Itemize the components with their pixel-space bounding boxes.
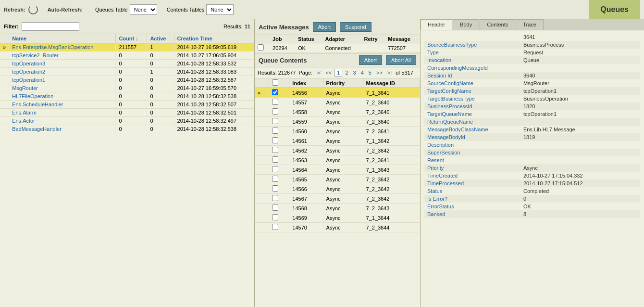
qc-table-row[interactable]: 14561 Async 7_1_3642	[255, 136, 420, 146]
autorefresh-label: Auto-Refresh:	[48, 7, 83, 13]
suspend-button[interactable]: Suspend	[340, 22, 371, 32]
detail-field-key: Priority	[424, 164, 520, 172]
detail-field-value	[520, 64, 640, 72]
qc-select-all[interactable]	[272, 79, 278, 86]
queue-table-row[interactable]: Ens.Actor 0 0 2014-10-28 12:58:32.497	[0, 117, 254, 125]
queue-table-row[interactable]: » Ens.Enterprise.MsgBankOperation 211557…	[0, 43, 254, 51]
page-2-btn[interactable]: 2	[343, 69, 350, 76]
detail-field-value: Request	[520, 49, 640, 56]
qc-table-row[interactable]: 14566 Async 7_2_3642	[255, 184, 420, 194]
queue-table-row[interactable]: tcpOperation3 0 0 2014-10-28 12:58:33.53…	[0, 60, 254, 68]
qc-table-row[interactable]: 14564 Async 7_1_3643	[255, 165, 420, 175]
qc-table-container: Index Priority Message ID » 14556 Async …	[255, 78, 420, 307]
col-header-arrow[interactable]	[0, 34, 9, 43]
qc-table-row[interactable]: 14558 Async 7_2_3640	[255, 107, 420, 117]
tab-contents[interactable]: Contents	[480, 19, 515, 30]
qc-row-checkbox[interactable]	[272, 156, 278, 163]
qc-row-checkbox[interactable]	[272, 166, 278, 172]
qc-row-checkbox[interactable]	[272, 176, 278, 182]
qc-row-checkbox[interactable]	[272, 118, 278, 124]
qc-table-row[interactable]: 14568 Async 7_2_3643	[255, 204, 420, 213]
qc-row-messageid: 7_1_3644	[363, 213, 420, 223]
qc-table-row[interactable]: 14562 Async 7_2_3642	[255, 146, 420, 155]
page-prev-btn[interactable]: <<	[324, 69, 334, 76]
col-header-creation[interactable]: Creation Time	[174, 34, 254, 43]
row-count: 0	[116, 60, 147, 68]
page-next-btn[interactable]: >>	[374, 69, 384, 76]
abort-queue-button[interactable]: Abort	[359, 55, 382, 65]
qc-table-row[interactable]: 14563 Async 7_2_3641	[255, 155, 420, 165]
qc-row-check	[269, 107, 289, 117]
row-name: Ens.Actor	[9, 117, 116, 125]
qc-table-row[interactable]: 14565 Async 7_2_3642	[255, 175, 420, 184]
qc-row-checkbox[interactable]	[272, 147, 278, 153]
col-header-count[interactable]: Count ↓	[116, 34, 147, 43]
row-count: 211557	[116, 43, 147, 51]
qc-row-checkbox[interactable]	[272, 99, 278, 105]
queue-table-row[interactable]: Ens.ScheduleHandler 0 0 2014-10-28 12:58…	[0, 101, 254, 109]
am-col-adapter[interactable]: Adapter	[322, 35, 361, 43]
detail-field-value: Ens.Lib.HL7.Message	[520, 126, 640, 133]
qc-row-checkbox[interactable]	[272, 128, 278, 134]
qc-row-checkbox[interactable]	[272, 205, 278, 211]
queue-table-row[interactable]: tcpOperation1 0 0 2014-10-28 12:58:32.58…	[0, 76, 254, 84]
qc-row-checkbox[interactable]	[272, 185, 278, 192]
results-label: Results:	[223, 24, 243, 29]
col-header-active[interactable]: Active	[147, 34, 174, 43]
qc-table-row[interactable]: 14559 Async 7_2_3640	[255, 117, 420, 127]
qc-table-row[interactable]: 14560 Async 7_2_3641	[255, 127, 420, 136]
queue-table-row[interactable]: tcpService2_Router 0 0 2014-10-27 17:06:…	[0, 51, 254, 60]
active-message-row[interactable]: 20294 OK Connected 772507	[255, 43, 420, 53]
qc-table-row[interactable]: 14570 Async 7_2_3644	[255, 223, 420, 232]
qc-row-checkbox[interactable]	[272, 214, 278, 220]
page-last-btn[interactable]: >|	[385, 69, 394, 76]
queue-table-row[interactable]: BadMessageHandler 0 0 2014-10-28 12:58:3…	[0, 125, 254, 133]
detail-field-row: Resent	[424, 156, 640, 164]
qc-row-checkbox[interactable]	[272, 137, 278, 143]
queue-table-row[interactable]: MsgRouter 0 0 2014-10-27 16:59:05.570	[0, 84, 254, 92]
qc-col-messageid[interactable]: Message ID	[363, 78, 420, 88]
autorefresh-section: Auto-Refresh:	[48, 7, 86, 13]
am-col-job[interactable]: Job	[270, 35, 295, 43]
tab-body[interactable]: Body	[453, 19, 479, 30]
queues-table-select[interactable]: None	[130, 4, 157, 15]
page-4-btn[interactable]: 4	[359, 69, 366, 76]
qc-row-checkbox[interactable]	[272, 108, 278, 115]
qc-row-index: 14566	[289, 184, 323, 194]
tab-header[interactable]: Header	[421, 19, 452, 30]
abort-all-button[interactable]: Abort All	[386, 55, 416, 65]
qc-table-row[interactable]: 14567 Async 7_2_3642	[255, 194, 420, 204]
qc-table-row[interactable]: » 14556 Async 7_1_3641	[255, 88, 420, 98]
qc-col-index[interactable]: Index	[289, 78, 323, 88]
page-first-btn[interactable]: |<	[314, 69, 322, 76]
queue-table-row[interactable]: Ens.Alarm 0 0 2014-10-28 12:58:32.501	[0, 109, 254, 117]
filter-input[interactable]	[22, 22, 79, 31]
am-col-retry[interactable]: Retry	[361, 35, 385, 43]
qc-table-row[interactable]: 14557 Async 7_2_3640	[255, 98, 420, 107]
page-5-btn[interactable]: 5	[367, 69, 373, 76]
am-row-checkbox[interactable]	[258, 44, 264, 51]
tab-trace[interactable]: Trace	[516, 19, 544, 30]
abort-active-button[interactable]: Abort	[313, 22, 336, 32]
queue-table-row[interactable]: tcpOperation2 0 1 2014-10-28 12:58:33.08…	[0, 68, 254, 76]
qc-row-messageid: 7_2_3643	[363, 204, 420, 213]
detail-field-key: Status	[424, 187, 520, 195]
detail-field-row: Status Completed	[424, 187, 640, 195]
am-status: OK	[295, 43, 322, 53]
queue-table-row[interactable]: HL7FileOperation 0 0 2014-10-28 12:58:32…	[0, 92, 254, 101]
page-current[interactable]: 1	[334, 69, 342, 77]
detail-field-value: tcpOperation1	[520, 110, 640, 118]
qc-col-priority[interactable]: Priority	[323, 78, 363, 88]
am-col-status[interactable]: Status	[295, 35, 322, 43]
qc-row-checkbox[interactable]	[272, 224, 278, 230]
refresh-icon[interactable]	[28, 5, 38, 14]
page-3-btn[interactable]: 3	[351, 69, 358, 76]
col-header-name[interactable]: Name	[9, 34, 116, 43]
am-col-message[interactable]: Message	[385, 35, 420, 43]
qc-row-arrow	[255, 204, 269, 213]
qc-row-checkbox[interactable]	[272, 89, 278, 95]
contents-tables-select[interactable]: None	[206, 4, 234, 15]
qc-table-row[interactable]: 14569 Async 7_1_3644	[255, 213, 420, 223]
qc-row-checkbox[interactable]	[272, 195, 278, 201]
row-arrow	[0, 125, 9, 133]
